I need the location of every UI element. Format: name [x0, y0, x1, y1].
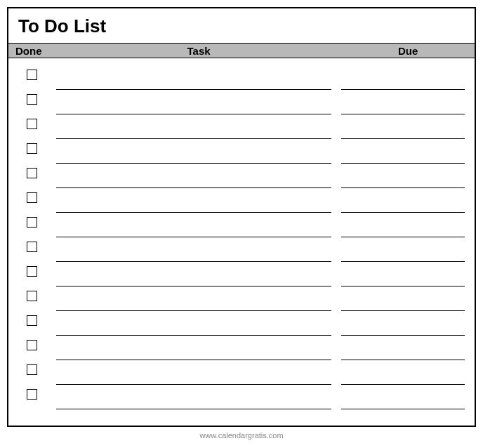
done-checkbox[interactable]: [27, 291, 37, 301]
due-input-line[interactable]: [341, 237, 465, 262]
due-input-line[interactable]: [341, 286, 465, 311]
task-row: [18, 311, 465, 336]
task-row: [18, 65, 465, 90]
due-input-line[interactable]: [341, 164, 465, 188]
due-input-line[interactable]: [341, 311, 465, 336]
column-header-done: Done: [8, 45, 56, 57]
task-input-line[interactable]: [56, 164, 331, 188]
due-input-line[interactable]: [341, 65, 465, 90]
task-row: [18, 385, 465, 409]
done-checkbox[interactable]: [27, 217, 37, 228]
checkbox-cell: [18, 114, 56, 139]
task-input-line[interactable]: [56, 237, 331, 262]
column-header-task: Task: [56, 45, 341, 57]
task-input-line[interactable]: [56, 90, 331, 114]
checkbox-cell: [18, 336, 56, 360]
task-input-line[interactable]: [56, 65, 331, 90]
task-input-line[interactable]: [56, 114, 331, 139]
task-row: [18, 360, 465, 385]
checkbox-cell: [18, 164, 56, 188]
due-input-line[interactable]: [341, 213, 465, 237]
task-input-line[interactable]: [56, 213, 331, 237]
due-input-line[interactable]: [341, 188, 465, 213]
checkbox-cell: [18, 262, 56, 286]
due-input-line[interactable]: [341, 262, 465, 286]
task-row: [18, 114, 465, 139]
checkbox-cell: [18, 311, 56, 336]
task-row: [18, 188, 465, 213]
task-input-line[interactable]: [56, 262, 331, 286]
task-row: [18, 336, 465, 360]
footer-credit: www.calendargratis.com: [0, 431, 483, 440]
done-checkbox[interactable]: [27, 94, 37, 105]
checkbox-cell: [18, 286, 56, 311]
page-title: To Do List: [18, 15, 465, 37]
task-row: [18, 286, 465, 311]
done-checkbox[interactable]: [27, 168, 37, 178]
done-checkbox[interactable]: [27, 266, 37, 277]
due-input-line[interactable]: [341, 336, 465, 360]
todo-list-container: To Do List Done Task Due: [7, 7, 476, 427]
done-checkbox[interactable]: [27, 70, 37, 80]
task-input-line[interactable]: [56, 311, 331, 336]
due-input-line[interactable]: [341, 385, 465, 409]
checkbox-cell: [18, 237, 56, 262]
checkbox-cell: [18, 385, 56, 409]
due-input-line[interactable]: [341, 139, 465, 164]
checkbox-cell: [18, 65, 56, 90]
checkbox-cell: [18, 360, 56, 385]
table-header: Done Task Due: [8, 43, 475, 58]
done-checkbox[interactable]: [27, 242, 37, 252]
task-input-line[interactable]: [56, 336, 331, 360]
done-checkbox[interactable]: [27, 340, 37, 350]
done-checkbox[interactable]: [27, 389, 37, 400]
done-checkbox[interactable]: [27, 315, 37, 326]
task-row: [18, 237, 465, 262]
checkbox-cell: [18, 188, 56, 213]
task-row: [18, 262, 465, 286]
task-row: [18, 213, 465, 237]
done-checkbox[interactable]: [27, 119, 37, 129]
checkbox-cell: [18, 139, 56, 164]
rows-container: [8, 58, 475, 409]
task-input-line[interactable]: [56, 139, 331, 164]
checkbox-cell: [18, 90, 56, 114]
due-input-line[interactable]: [341, 114, 465, 139]
task-row: [18, 164, 465, 188]
task-row: [18, 139, 465, 164]
due-input-line[interactable]: [341, 90, 465, 114]
done-checkbox[interactable]: [27, 364, 37, 375]
checkbox-cell: [18, 213, 56, 237]
done-checkbox[interactable]: [27, 143, 37, 154]
task-input-line[interactable]: [56, 188, 331, 213]
task-row: [18, 90, 465, 114]
task-input-line[interactable]: [56, 385, 331, 409]
task-input-line[interactable]: [56, 360, 331, 385]
task-input-line[interactable]: [56, 286, 331, 311]
done-checkbox[interactable]: [27, 192, 37, 203]
due-input-line[interactable]: [341, 360, 465, 385]
title-section: To Do List: [8, 8, 475, 43]
column-header-due: Due: [341, 45, 475, 57]
